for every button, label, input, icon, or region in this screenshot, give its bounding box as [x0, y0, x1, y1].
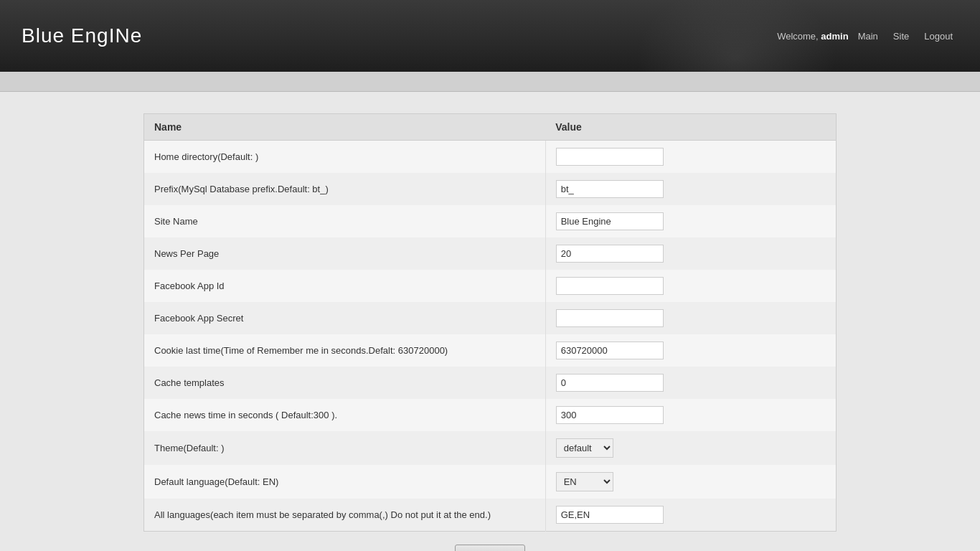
settings-input-0[interactable] — [556, 148, 664, 166]
settings-input-3[interactable] — [556, 245, 664, 263]
row-label-1: Prefix(MySql Database prefix.Default: bt… — [144, 173, 546, 205]
main-nav-link[interactable]: Main — [852, 28, 884, 44]
row-value-4 — [545, 270, 836, 302]
settings-select-10[interactable]: EN — [556, 472, 613, 491]
row-value-0 — [545, 141, 836, 174]
table-row: Facebook App Id — [144, 270, 837, 302]
row-label-2: Site Name — [144, 205, 546, 237]
col-value-header: Value — [545, 114, 836, 141]
header-nav: Welcome, admin Main Site Logout — [777, 28, 958, 44]
row-value-3 — [545, 237, 836, 270]
settings-select-9[interactable]: default — [556, 438, 613, 458]
table-row: All languages(each item must be separate… — [144, 499, 837, 532]
row-label-5: Facebook App Secret — [144, 302, 546, 334]
submit-button[interactable]: Submit — [455, 545, 525, 551]
row-value-2 — [545, 205, 836, 237]
settings-input-6[interactable] — [556, 342, 664, 359]
sub-header — [0, 72, 980, 92]
row-label-0: Home directory(Default: ) — [144, 141, 546, 174]
table-row: Cookie last time(Time of Remember me in … — [144, 334, 837, 367]
row-label-4: Facebook App Id — [144, 270, 546, 302]
admin-name: admin — [821, 31, 848, 42]
table-row: Cache news time in seconds ( Default:300… — [144, 399, 837, 431]
row-value-8 — [545, 399, 836, 431]
site-logo: Blue EngINe — [22, 24, 142, 47]
table-row: Home directory(Default: ) — [144, 141, 837, 174]
row-label-10: Default language(Default: EN) — [144, 465, 546, 499]
settings-input-2[interactable] — [556, 212, 664, 230]
row-label-7: Cache templates — [144, 367, 546, 399]
settings-input-1[interactable] — [556, 180, 664, 198]
row-value-7 — [545, 367, 836, 399]
table-row: Facebook App Secret — [144, 302, 837, 334]
table-row: Cache templates — [144, 367, 837, 399]
col-name-header: Name — [144, 114, 546, 141]
settings-table: Name Value Home directory(Default: )Pref… — [143, 113, 837, 532]
settings-input-11[interactable] — [556, 506, 664, 524]
row-value-1 — [545, 173, 836, 205]
settings-input-4[interactable] — [556, 277, 664, 295]
table-row: Theme(Default: )default — [144, 431, 837, 465]
row-value-10: EN — [545, 465, 836, 499]
site-nav-link[interactable]: Site — [887, 28, 915, 44]
row-label-3: News Per Page — [144, 237, 546, 270]
settings-input-8[interactable] — [556, 406, 664, 424]
row-label-9: Theme(Default: ) — [144, 431, 546, 465]
row-value-11 — [545, 499, 836, 532]
logout-nav-link[interactable]: Logout — [918, 28, 958, 44]
main-content: Name Value Home directory(Default: )Pref… — [0, 92, 980, 551]
row-label-6: Cookie last time(Time of Remember me in … — [144, 334, 546, 367]
row-value-5 — [545, 302, 836, 334]
settings-input-5[interactable] — [556, 309, 664, 327]
table-row: News Per Page — [144, 237, 837, 270]
row-label-8: Cache news time in seconds ( Default:300… — [144, 399, 546, 431]
table-row: Site Name — [144, 205, 837, 237]
table-row: Prefix(MySql Database prefix.Default: bt… — [144, 173, 837, 205]
table-row: Default language(Default: EN)EN — [144, 465, 837, 499]
submit-row: Submit — [143, 532, 837, 551]
welcome-text: Welcome, admin — [777, 31, 848, 42]
row-label-11: All languages(each item must be separate… — [144, 499, 546, 532]
header: Blue EngINe Welcome, admin Main Site Log… — [0, 0, 980, 72]
settings-input-7[interactable] — [556, 374, 664, 392]
row-value-9: default — [545, 431, 836, 465]
row-value-6 — [545, 334, 836, 367]
